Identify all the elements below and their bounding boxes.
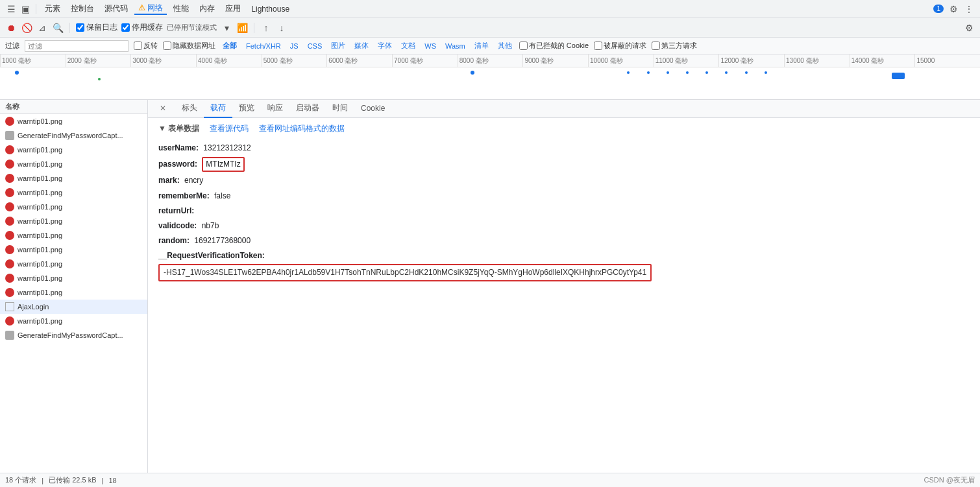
list-item[interactable]: warntip01.png bbox=[0, 228, 147, 243]
import-button[interactable]: ↑ bbox=[260, 22, 272, 34]
list-item[interactable]: warntip01.png bbox=[0, 314, 147, 328]
tab-response[interactable]: 响应 bbox=[261, 100, 289, 118]
field-validcode-key: validcode: bbox=[158, 220, 197, 232]
stop-recording-button[interactable]: ⏺ bbox=[5, 22, 17, 34]
item-icon-red bbox=[5, 274, 14, 283]
field-username: userName: 13212312312 bbox=[158, 142, 970, 154]
field-rvt-key: __RequestVerificationToken: bbox=[158, 250, 265, 262]
filter-button[interactable]: ⊿ bbox=[36, 22, 48, 34]
filter-all[interactable]: 全部 bbox=[221, 41, 239, 51]
network-toolbar: ⏺ 🚫 ⊿ 🔍 保留日志 停用缓存 已停用节流模式 ▾ 📶 ↑ ↓ ⚙ bbox=[0, 18, 980, 38]
tab-elements[interactable]: 元素 bbox=[41, 3, 64, 14]
list-item[interactable]: warntip01.png bbox=[0, 114, 147, 128]
event-dot-9 bbox=[725, 71, 728, 74]
tab-preview[interactable]: 预览 bbox=[232, 100, 261, 118]
tab-console[interactable]: 控制台 bbox=[67, 3, 98, 14]
filter-font[interactable]: 字体 bbox=[376, 41, 394, 51]
tab-cookie[interactable]: Cookie bbox=[354, 100, 391, 118]
tick-2000: 2000 毫秒 bbox=[66, 54, 131, 67]
event-dot-2 bbox=[98, 78, 101, 80]
list-items: warntip01.png GenerateFindMyPasswordCapt… bbox=[0, 114, 147, 473]
filter-ws[interactable]: WS bbox=[423, 42, 438, 50]
item-name: GenerateFindMyPasswordCapt... bbox=[18, 132, 123, 139]
disable-cache-check[interactable]: 停用缓存 bbox=[121, 22, 163, 33]
field-password-key: password: bbox=[158, 158, 197, 171]
clear-button[interactable]: 🚫 bbox=[21, 22, 32, 34]
item-name: warntip01.png bbox=[18, 217, 62, 225]
list-item[interactable]: warntip01.png bbox=[0, 200, 147, 214]
blocked-requests-check[interactable]: 被屏蔽的请求 bbox=[594, 41, 646, 51]
more-icon[interactable]: ⋮ bbox=[963, 3, 975, 15]
network-warning-icon: ⚠ bbox=[138, 3, 145, 12]
wifi-icon[interactable]: 📶 bbox=[236, 22, 248, 34]
filter-fetch-xhr[interactable]: Fetch/XHR bbox=[244, 42, 283, 50]
field-returnurl: returnUrl: bbox=[158, 205, 970, 217]
view-source-link[interactable]: 查看源代码 bbox=[210, 123, 249, 134]
form-data-toggle[interactable]: ▼ 表单数据 bbox=[158, 123, 199, 134]
tab-headers[interactable]: 标头 bbox=[175, 100, 204, 118]
list-item[interactable]: warntip01.png bbox=[0, 214, 147, 228]
reverse-check[interactable]: 反转 bbox=[134, 41, 158, 51]
list-item[interactable]: GenerateFindMyPasswordCapt... bbox=[0, 328, 147, 342]
tab-sources[interactable]: 源代码 bbox=[101, 3, 132, 14]
filter-js[interactable]: JS bbox=[288, 42, 300, 50]
search-button[interactable]: 🔍 bbox=[52, 22, 64, 34]
export-button[interactable]: ↓ bbox=[276, 22, 288, 34]
view-url-encoded-link[interactable]: 查看网址编码格式的数据 bbox=[259, 123, 345, 134]
tab-network[interactable]: ⚠ 网络 bbox=[134, 3, 167, 15]
field-returnurl-key: returnUrl: bbox=[158, 205, 194, 217]
list-item-ajax-login[interactable]: AjaxLogin bbox=[0, 300, 147, 314]
device-icon[interactable]: ▣ bbox=[19, 3, 31, 15]
timeline-ruler: 1000 毫秒 2000 毫秒 3000 毫秒 4000 毫秒 5000 毫秒 … bbox=[0, 54, 980, 67]
hide-data-urls-check[interactable]: 隐藏数据网址 bbox=[163, 41, 215, 51]
tab-memory[interactable]: 内存 bbox=[195, 3, 219, 14]
settings-icon[interactable]: ⚙ bbox=[948, 3, 959, 15]
field-random: random: 1692177368000 bbox=[158, 235, 970, 247]
field-mark-key: mark: bbox=[158, 174, 180, 187]
filter-doc[interactable]: 文档 bbox=[399, 41, 417, 51]
preserve-log-check[interactable]: 保留日志 bbox=[76, 22, 117, 33]
field-password: password: MTIzMTIz bbox=[158, 157, 970, 172]
list-item[interactable]: warntip01.png bbox=[0, 157, 147, 171]
tab-lighthouse[interactable]: Lighthouse bbox=[247, 5, 293, 14]
item-icon-red bbox=[5, 202, 14, 211]
tab-application[interactable]: 应用 bbox=[221, 3, 245, 14]
list-item[interactable]: warntip01.png bbox=[0, 143, 147, 157]
filter-manifest[interactable]: 清单 bbox=[472, 41, 491, 51]
throttle-dropdown-icon[interactable]: ▾ bbox=[221, 22, 232, 34]
list-item[interactable]: warntip01.png bbox=[0, 243, 147, 257]
throttle-select[interactable]: 已停用节流模式 bbox=[167, 23, 217, 32]
blocked-cookies-check[interactable]: 有已拦截的 Cookie bbox=[519, 41, 589, 51]
list-item[interactable]: GenerateFindMyPasswordCapt... bbox=[0, 128, 147, 143]
item-icon-gray bbox=[5, 331, 14, 340]
tab-close-icon[interactable]: ✕ bbox=[153, 100, 173, 118]
filter-wasm[interactable]: Wasm bbox=[443, 42, 467, 50]
tick-11000: 11000 毫秒 bbox=[654, 54, 719, 67]
tab-initiator[interactable]: 启动器 bbox=[289, 100, 326, 118]
item-name: warntip01.png bbox=[18, 317, 62, 325]
list-item[interactable]: warntip01.png bbox=[0, 285, 147, 300]
list-item[interactable]: warntip01.png bbox=[0, 257, 147, 271]
field-rememberme-key: rememberMe: bbox=[158, 190, 210, 202]
list-item[interactable]: warntip01.png bbox=[0, 171, 147, 185]
third-party-check[interactable]: 第三方请求 bbox=[652, 41, 697, 51]
list-item[interactable]: warntip01.png bbox=[0, 185, 147, 200]
item-name: warntip01.png bbox=[18, 289, 62, 296]
filter-img[interactable]: 图片 bbox=[329, 41, 347, 51]
filter-input[interactable] bbox=[25, 40, 129, 52]
elements-icon[interactable]: ☰ bbox=[5, 3, 17, 15]
filter-media[interactable]: 媒体 bbox=[352, 41, 371, 51]
item-name: warntip01.png bbox=[18, 260, 62, 268]
network-settings-icon[interactable]: ⚙ bbox=[963, 22, 975, 34]
tick-10000: 10000 毫秒 bbox=[588, 54, 654, 67]
item-icon-red bbox=[5, 174, 14, 183]
list-item[interactable]: warntip01.png bbox=[0, 271, 147, 285]
tab-payload[interactable]: 载荷 bbox=[204, 100, 232, 118]
filter-css[interactable]: CSS bbox=[306, 42, 325, 50]
tab-performance[interactable]: 性能 bbox=[169, 3, 193, 14]
tab-timing[interactable]: 时间 bbox=[326, 100, 354, 118]
filter-other[interactable]: 其他 bbox=[496, 41, 514, 51]
sep2 bbox=[69, 23, 70, 33]
item-icon-white bbox=[5, 302, 14, 311]
field-random-value: 1692177368000 bbox=[192, 235, 251, 247]
